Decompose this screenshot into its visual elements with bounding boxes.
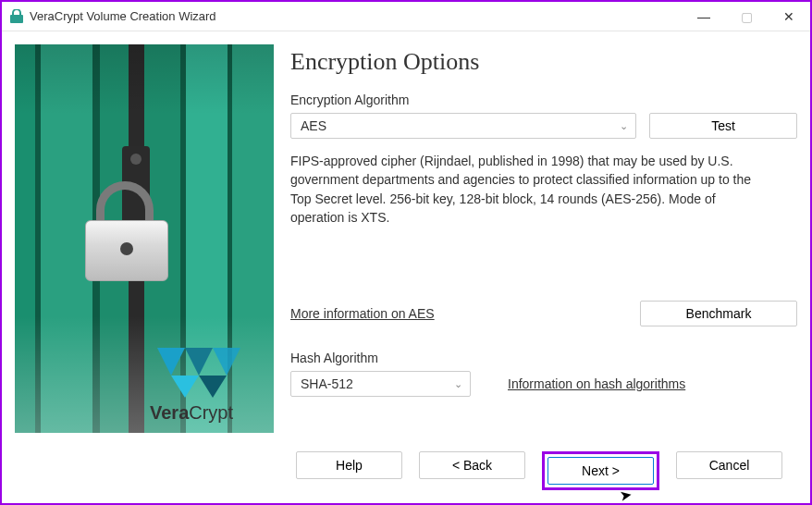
wizard-window: VeraCrypt Volume Creation Wizard — ▢ ✕ (0, 0, 812, 505)
wizard-banner: VeraCrypt (15, 44, 274, 433)
chevron-down-icon: ⌄ (454, 378, 462, 390)
test-button[interactable]: Test (649, 113, 797, 139)
svg-marker-2 (185, 348, 213, 376)
hash-algorithm-label: Hash Algorithm (290, 351, 797, 365)
titlebar: VeraCrypt Volume Creation Wizard — ▢ ✕ (2, 2, 810, 31)
benchmark-button[interactable]: Benchmark (640, 301, 797, 326)
app-icon (9, 9, 24, 24)
encryption-algorithm-value: AES (301, 118, 326, 133)
svg-marker-5 (213, 348, 240, 376)
svg-marker-4 (199, 376, 227, 398)
page-title: Encryption Options (290, 48, 797, 76)
next-button[interactable]: Next > (547, 457, 654, 485)
svg-marker-1 (157, 348, 185, 376)
wizard-page: Encryption Options Encryption Algorithm … (290, 44, 797, 448)
window-title: VeraCrypt Volume Creation Wizard (30, 9, 216, 23)
svg-rect-0 (10, 15, 23, 23)
encryption-description: FIPS-approved cipher (Rijndael, publishe… (290, 152, 771, 227)
window-controls: — ▢ ✕ (683, 2, 810, 31)
back-button[interactable]: < Back (419, 451, 525, 479)
hash-info-link[interactable]: Information on hash algorithms (508, 376, 685, 391)
wizard-footer: Help < Back Next > Cancel (2, 451, 810, 503)
chevron-down-icon: ⌄ (620, 120, 628, 132)
maximize-button: ▢ (725, 2, 768, 31)
help-button[interactable]: Help (296, 451, 402, 479)
next-button-highlight: Next > (542, 451, 659, 490)
veracrypt-logo: VeraCrypt (150, 344, 261, 424)
encryption-algorithm-select[interactable]: AES ⌄ (290, 113, 636, 139)
hash-algorithm-select[interactable]: SHA-512 ⌄ (290, 371, 471, 397)
cancel-button[interactable]: Cancel (676, 451, 782, 479)
minimize-button[interactable]: — (683, 2, 725, 31)
more-info-aes-link[interactable]: More information on AES (290, 306, 435, 321)
svg-marker-3 (171, 376, 199, 398)
content-area: VeraCrypt Encryption Options Encryption … (2, 31, 810, 451)
encryption-algorithm-label: Encryption Algorithm (290, 92, 797, 107)
close-button[interactable]: ✕ (768, 2, 810, 31)
hash-algorithm-value: SHA-512 (301, 376, 353, 391)
